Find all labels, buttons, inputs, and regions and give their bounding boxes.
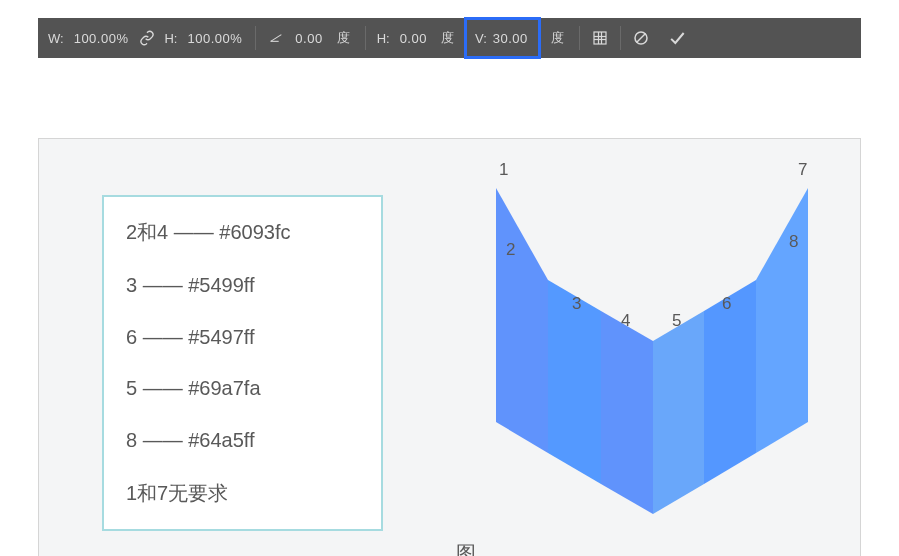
link-icon[interactable]	[136, 27, 158, 49]
figure-caption: 图	[456, 540, 476, 556]
face-5	[653, 311, 704, 514]
v-skew-highlight: V: 30.00	[464, 17, 541, 59]
h-skew-value[interactable]: 0.00	[400, 31, 427, 46]
separator	[620, 26, 621, 50]
h-skew-unit: 度	[441, 29, 454, 47]
h-skew-label: H:	[377, 31, 390, 46]
cancel-icon[interactable]	[630, 27, 652, 49]
height-label: H:	[164, 31, 177, 46]
face-8	[756, 188, 808, 453]
legend-row: 6 —— #5497ff	[126, 326, 359, 349]
face-4	[601, 311, 653, 514]
color-legend-box: 2和4 —— #6093fc 3 —— #5499ff 6 —— #5497ff…	[102, 195, 383, 531]
legend-row: 8 —— #64a5ff	[126, 429, 359, 452]
legend-row: 3 —— #5499ff	[126, 274, 359, 297]
angle-value[interactable]: 0.00	[295, 31, 322, 46]
legend-row: 5 —— #69a7fa	[126, 377, 359, 400]
label-4: 4	[621, 311, 630, 330]
label-8: 8	[789, 232, 798, 251]
svg-rect-0	[594, 32, 606, 44]
label-7: 7	[798, 160, 807, 179]
separator	[365, 26, 366, 50]
polygon-figure: 1 2 3 4 5 6 7 8	[444, 151, 861, 556]
transform-options-bar: W: 100.00% H: 100.00% 0.00 度 H: 0.00 度 V…	[38, 18, 861, 58]
content-panel: 2和4 —— #6093fc 3 —— #5499ff 6 —— #5497ff…	[38, 138, 861, 556]
separator	[579, 26, 580, 50]
label-3: 3	[572, 294, 581, 313]
v-skew-unit: 度	[551, 29, 564, 47]
label-6: 6	[722, 294, 731, 313]
commit-icon[interactable]	[666, 27, 688, 49]
legend-row: 1和7无要求	[126, 480, 359, 507]
width-label: W:	[48, 31, 64, 46]
label-1: 1	[499, 160, 508, 179]
warp-icon[interactable]	[589, 27, 611, 49]
shear-icon	[265, 27, 287, 49]
width-value[interactable]: 100.00%	[74, 31, 129, 46]
v-skew-value[interactable]: 30.00	[493, 31, 528, 46]
face-2	[496, 188, 548, 453]
svg-line-6	[636, 34, 645, 43]
label-5: 5	[672, 311, 681, 330]
separator	[255, 26, 256, 50]
v-skew-label: V:	[475, 31, 487, 46]
height-value[interactable]: 100.00%	[187, 31, 242, 46]
label-2: 2	[506, 240, 515, 259]
angle-unit: 度	[337, 29, 350, 47]
legend-row: 2和4 —— #6093fc	[126, 219, 359, 246]
